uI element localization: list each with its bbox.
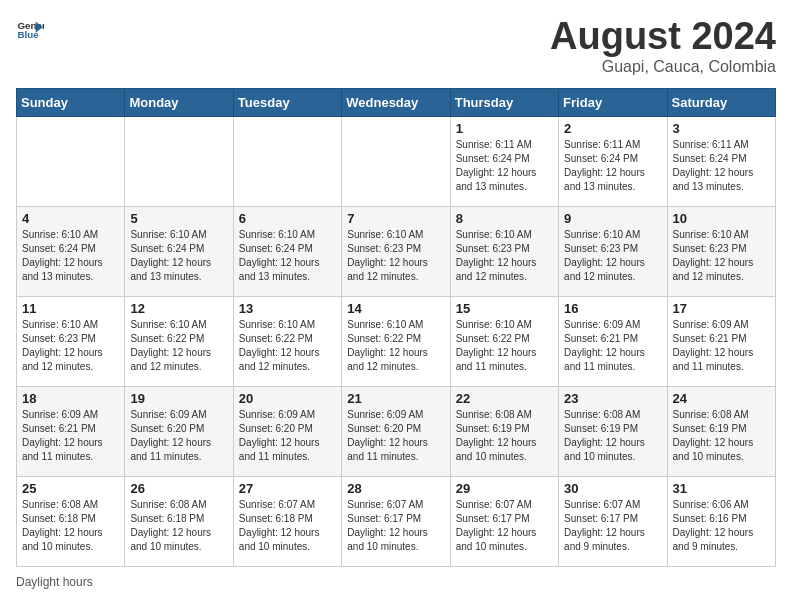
calendar-day-cell: 28Sunrise: 6:07 AM Sunset: 6:17 PM Dayli… (342, 476, 450, 566)
calendar-day-cell (233, 116, 341, 206)
day-number: 26 (130, 481, 227, 496)
day-number: 21 (347, 391, 444, 406)
calendar-day-header: Wednesday (342, 88, 450, 116)
day-number: 23 (564, 391, 661, 406)
day-number: 1 (456, 121, 553, 136)
day-info: Sunrise: 6:07 AM Sunset: 6:17 PM Dayligh… (347, 498, 444, 554)
title-block: August 2024 Guapi, Cauca, Colombia (550, 16, 776, 76)
month-year-title: August 2024 (550, 16, 776, 58)
day-info: Sunrise: 6:10 AM Sunset: 6:22 PM Dayligh… (347, 318, 444, 374)
calendar-day-cell: 12Sunrise: 6:10 AM Sunset: 6:22 PM Dayli… (125, 296, 233, 386)
day-info: Sunrise: 6:07 AM Sunset: 6:17 PM Dayligh… (564, 498, 661, 554)
calendar-week-row: 25Sunrise: 6:08 AM Sunset: 6:18 PM Dayli… (17, 476, 776, 566)
day-info: Sunrise: 6:08 AM Sunset: 6:18 PM Dayligh… (130, 498, 227, 554)
calendar-day-cell: 10Sunrise: 6:10 AM Sunset: 6:23 PM Dayli… (667, 206, 775, 296)
calendar-day-cell: 16Sunrise: 6:09 AM Sunset: 6:21 PM Dayli… (559, 296, 667, 386)
day-number: 5 (130, 211, 227, 226)
calendar-day-cell: 5Sunrise: 6:10 AM Sunset: 6:24 PM Daylig… (125, 206, 233, 296)
day-number: 8 (456, 211, 553, 226)
calendar-day-cell: 13Sunrise: 6:10 AM Sunset: 6:22 PM Dayli… (233, 296, 341, 386)
calendar-day-header: Saturday (667, 88, 775, 116)
day-number: 7 (347, 211, 444, 226)
day-info: Sunrise: 6:10 AM Sunset: 6:24 PM Dayligh… (130, 228, 227, 284)
day-number: 2 (564, 121, 661, 136)
calendar-day-cell (125, 116, 233, 206)
day-info: Sunrise: 6:08 AM Sunset: 6:19 PM Dayligh… (456, 408, 553, 464)
day-number: 14 (347, 301, 444, 316)
calendar-day-cell: 18Sunrise: 6:09 AM Sunset: 6:21 PM Dayli… (17, 386, 125, 476)
day-number: 19 (130, 391, 227, 406)
footer-text: Daylight hours (16, 575, 93, 589)
calendar-day-cell: 29Sunrise: 6:07 AM Sunset: 6:17 PM Dayli… (450, 476, 558, 566)
day-info: Sunrise: 6:10 AM Sunset: 6:23 PM Dayligh… (564, 228, 661, 284)
day-number: 6 (239, 211, 336, 226)
calendar-day-cell: 31Sunrise: 6:06 AM Sunset: 6:16 PM Dayli… (667, 476, 775, 566)
day-info: Sunrise: 6:07 AM Sunset: 6:18 PM Dayligh… (239, 498, 336, 554)
location-subtitle: Guapi, Cauca, Colombia (550, 58, 776, 76)
calendar-week-row: 4Sunrise: 6:10 AM Sunset: 6:24 PM Daylig… (17, 206, 776, 296)
day-number: 16 (564, 301, 661, 316)
day-info: Sunrise: 6:08 AM Sunset: 6:19 PM Dayligh… (673, 408, 770, 464)
day-info: Sunrise: 6:08 AM Sunset: 6:18 PM Dayligh… (22, 498, 119, 554)
calendar-day-cell: 21Sunrise: 6:09 AM Sunset: 6:20 PM Dayli… (342, 386, 450, 476)
day-number: 18 (22, 391, 119, 406)
calendar-day-cell: 8Sunrise: 6:10 AM Sunset: 6:23 PM Daylig… (450, 206, 558, 296)
day-number: 25 (22, 481, 119, 496)
day-info: Sunrise: 6:09 AM Sunset: 6:20 PM Dayligh… (130, 408, 227, 464)
day-info: Sunrise: 6:09 AM Sunset: 6:21 PM Dayligh… (22, 408, 119, 464)
calendar-table: SundayMondayTuesdayWednesdayThursdayFrid… (16, 88, 776, 567)
calendar-day-cell: 14Sunrise: 6:10 AM Sunset: 6:22 PM Dayli… (342, 296, 450, 386)
calendar-header-row: SundayMondayTuesdayWednesdayThursdayFrid… (17, 88, 776, 116)
day-info: Sunrise: 6:10 AM Sunset: 6:23 PM Dayligh… (347, 228, 444, 284)
day-number: 20 (239, 391, 336, 406)
calendar-day-cell: 19Sunrise: 6:09 AM Sunset: 6:20 PM Dayli… (125, 386, 233, 476)
calendar-body: 1Sunrise: 6:11 AM Sunset: 6:24 PM Daylig… (17, 116, 776, 566)
calendar-day-cell: 7Sunrise: 6:10 AM Sunset: 6:23 PM Daylig… (342, 206, 450, 296)
calendar-day-cell: 30Sunrise: 6:07 AM Sunset: 6:17 PM Dayli… (559, 476, 667, 566)
calendar-week-row: 1Sunrise: 6:11 AM Sunset: 6:24 PM Daylig… (17, 116, 776, 206)
calendar-day-cell: 25Sunrise: 6:08 AM Sunset: 6:18 PM Dayli… (17, 476, 125, 566)
logo: General Blue (16, 16, 44, 44)
day-info: Sunrise: 6:06 AM Sunset: 6:16 PM Dayligh… (673, 498, 770, 554)
calendar-day-header: Sunday (17, 88, 125, 116)
day-number: 17 (673, 301, 770, 316)
calendar-day-cell: 27Sunrise: 6:07 AM Sunset: 6:18 PM Dayli… (233, 476, 341, 566)
day-info: Sunrise: 6:11 AM Sunset: 6:24 PM Dayligh… (673, 138, 770, 194)
day-number: 30 (564, 481, 661, 496)
day-info: Sunrise: 6:10 AM Sunset: 6:24 PM Dayligh… (22, 228, 119, 284)
calendar-day-cell: 6Sunrise: 6:10 AM Sunset: 6:24 PM Daylig… (233, 206, 341, 296)
day-number: 11 (22, 301, 119, 316)
day-info: Sunrise: 6:09 AM Sunset: 6:20 PM Dayligh… (239, 408, 336, 464)
page-header: General Blue August 2024 Guapi, Cauca, C… (16, 16, 776, 76)
day-number: 27 (239, 481, 336, 496)
day-number: 4 (22, 211, 119, 226)
day-number: 9 (564, 211, 661, 226)
calendar-day-cell (342, 116, 450, 206)
calendar-day-cell: 1Sunrise: 6:11 AM Sunset: 6:24 PM Daylig… (450, 116, 558, 206)
logo-icon: General Blue (16, 16, 44, 44)
day-info: Sunrise: 6:10 AM Sunset: 6:22 PM Dayligh… (130, 318, 227, 374)
day-number: 15 (456, 301, 553, 316)
day-number: 29 (456, 481, 553, 496)
calendar-day-cell: 22Sunrise: 6:08 AM Sunset: 6:19 PM Dayli… (450, 386, 558, 476)
calendar-week-row: 11Sunrise: 6:10 AM Sunset: 6:23 PM Dayli… (17, 296, 776, 386)
calendar-day-cell: 9Sunrise: 6:10 AM Sunset: 6:23 PM Daylig… (559, 206, 667, 296)
calendar-day-header: Thursday (450, 88, 558, 116)
calendar-day-cell: 15Sunrise: 6:10 AM Sunset: 6:22 PM Dayli… (450, 296, 558, 386)
day-info: Sunrise: 6:09 AM Sunset: 6:21 PM Dayligh… (564, 318, 661, 374)
day-info: Sunrise: 6:11 AM Sunset: 6:24 PM Dayligh… (456, 138, 553, 194)
calendar-day-cell (17, 116, 125, 206)
calendar-day-cell: 23Sunrise: 6:08 AM Sunset: 6:19 PM Dayli… (559, 386, 667, 476)
day-info: Sunrise: 6:10 AM Sunset: 6:22 PM Dayligh… (456, 318, 553, 374)
calendar-day-cell: 26Sunrise: 6:08 AM Sunset: 6:18 PM Dayli… (125, 476, 233, 566)
calendar-day-cell: 20Sunrise: 6:09 AM Sunset: 6:20 PM Dayli… (233, 386, 341, 476)
day-number: 12 (130, 301, 227, 316)
calendar-day-cell: 24Sunrise: 6:08 AM Sunset: 6:19 PM Dayli… (667, 386, 775, 476)
day-info: Sunrise: 6:10 AM Sunset: 6:23 PM Dayligh… (673, 228, 770, 284)
day-info: Sunrise: 6:07 AM Sunset: 6:17 PM Dayligh… (456, 498, 553, 554)
day-number: 31 (673, 481, 770, 496)
day-info: Sunrise: 6:10 AM Sunset: 6:23 PM Dayligh… (22, 318, 119, 374)
day-info: Sunrise: 6:09 AM Sunset: 6:20 PM Dayligh… (347, 408, 444, 464)
day-number: 10 (673, 211, 770, 226)
day-number: 24 (673, 391, 770, 406)
